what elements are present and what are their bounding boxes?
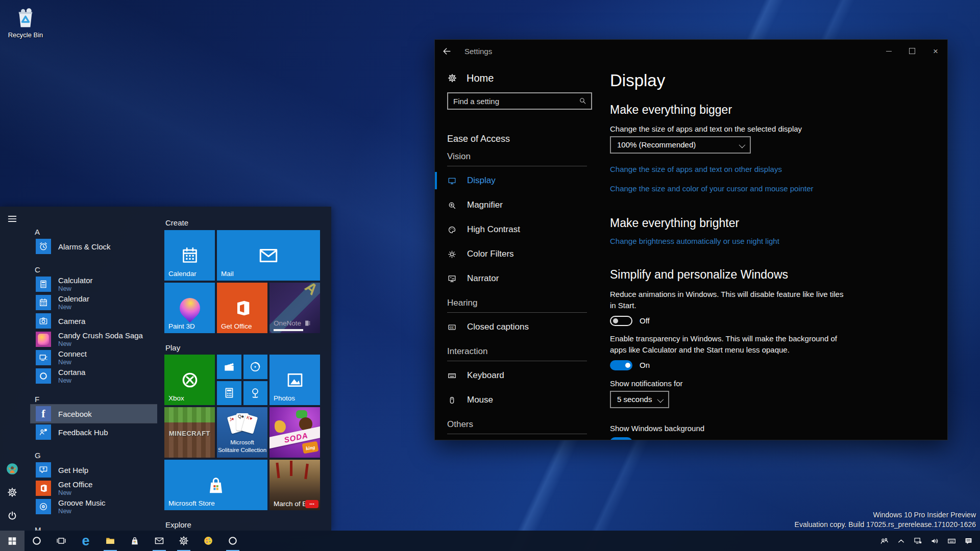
tile-candy-crush-soda[interactable]: SODA king	[270, 407, 320, 458]
tile-disc-player[interactable]	[243, 355, 268, 379]
tray-action-center[interactable]	[960, 531, 977, 551]
taskbar-ring-app[interactable]	[220, 531, 245, 551]
app-list-item-connect[interactable]: Connect New	[31, 348, 157, 367]
sidebar-item-display[interactable]: Display	[447, 168, 594, 193]
tile-paint-3d[interactable]: Paint 3D	[164, 283, 215, 333]
tile-xbox[interactable]: Xbox	[164, 355, 215, 405]
sidebar-item-closed-captions[interactable]: CC Closed captions	[447, 315, 594, 339]
link-other-displays[interactable]: Change the size of apps and text on othe…	[610, 165, 927, 173]
home-label: Home	[467, 72, 494, 84]
tray-show-hidden-icons[interactable]	[893, 531, 910, 551]
sidebar-item-mouse[interactable]: Mouse	[447, 388, 594, 412]
app-list-section-g[interactable]: G	[31, 441, 157, 461]
taskbar-edge-browser[interactable]: e	[74, 531, 98, 551]
taskbar-task-view-button[interactable]	[49, 531, 74, 551]
tile-group-label-explore[interactable]: Explore	[165, 520, 331, 529]
tile-minecraft[interactable]: MINECRAFT	[164, 407, 215, 458]
sidebar-item-home[interactable]: Home	[447, 69, 594, 87]
app-item-label: Feedback Hub	[58, 429, 108, 436]
app-list-item-calculator[interactable]: Calculator New	[31, 275, 157, 293]
tile-march-of-empires[interactable]: March of Em	[270, 460, 320, 510]
scaling-dropdown[interactable]: 100% (Recommended)	[610, 136, 751, 154]
taskbar-file-explorer[interactable]	[98, 531, 122, 551]
tile-grid: Calendar Mail Paint 3D Get Office A OneN…	[164, 230, 320, 333]
tray-network[interactable]	[910, 531, 926, 551]
app-list-item-cortana[interactable]: Cortana New	[31, 367, 157, 385]
start-menu-button[interactable]	[0, 207, 24, 231]
tray-touch-keyboard[interactable]	[943, 531, 960, 551]
sidebar-item-label: High Contrast	[467, 224, 520, 235]
recycle-bin-desktop-icon[interactable]: Recycle Bin	[6, 6, 45, 39]
sidebar-item-color-filters[interactable]: Color Filters	[447, 242, 594, 266]
start-settings-button[interactable]	[0, 481, 24, 504]
tile-mail[interactable]: Mail	[217, 230, 320, 281]
background-toggle[interactable]	[610, 437, 632, 440]
app-item-label: Cortana	[58, 368, 85, 376]
tray-volume[interactable]	[926, 531, 943, 551]
tile-microsoft-store[interactable]: Microsoft Store	[164, 460, 267, 510]
app-list-item-facebook[interactable]: f Facebook	[31, 405, 157, 423]
king-badge: king	[302, 441, 318, 454]
maximize-button[interactable]	[900, 40, 924, 62]
tile-solitaire[interactable]: J♦Q♠K♥ MicrosoftSolitaire Collection	[217, 407, 267, 458]
tile-get-office[interactable]: Get Office	[217, 283, 267, 333]
app-list-item-alarms-clock[interactable]: Alarms & Clock	[31, 237, 157, 256]
app-list-item-feedback-hub[interactable]: Feedback Hub	[31, 423, 157, 441]
app-item-label: Connect	[58, 350, 87, 358]
sidebar-item-label: Display	[467, 176, 496, 186]
app-list-item-camera[interactable]: Camera	[31, 312, 157, 330]
taskbar-microsoft-store[interactable]	[122, 531, 147, 551]
app-list-item-get-help[interactable]: Get Help	[31, 461, 157, 479]
tile-calendar[interactable]: Calendar	[164, 230, 215, 281]
sidebar-item-high-contrast[interactable]: High Contrast	[447, 217, 594, 242]
get-help-icon	[36, 462, 51, 478]
reduce-animations-toggle[interactable]	[610, 316, 632, 326]
page-title: Display	[610, 70, 927, 91]
background-state: On	[640, 438, 650, 440]
taskbar-settings-app[interactable]	[172, 531, 196, 551]
minimize-button[interactable]	[877, 40, 900, 62]
keyboard-icon	[447, 371, 457, 381]
close-button[interactable]: ×	[924, 40, 947, 62]
taskbar-start-button[interactable]	[0, 531, 24, 551]
sidebar-item-label: Closed captions	[467, 322, 529, 332]
app-item-text: Camera	[58, 317, 85, 325]
tile-movies-tv[interactable]	[217, 355, 241, 379]
sidebar-item-keyboard[interactable]: Keyboard	[447, 363, 594, 388]
app-list-item-candy-crush-soda-saga[interactable]: Candy Crush Soda Saga New	[31, 330, 157, 348]
taskbar-paint-palette-app[interactable]	[196, 531, 220, 551]
tile-photos[interactable]: Photos	[270, 355, 320, 405]
app-list-item-calendar[interactable]: Calendar New	[31, 293, 157, 312]
toggle-knob	[625, 363, 630, 368]
tile-calculator[interactable]	[217, 381, 241, 406]
link-brightness[interactable]: Change brightness automatically or use n…	[610, 237, 927, 245]
settings-window: Settings × Home Ease of Access Vision Di…	[434, 39, 948, 440]
tile-group-label-create[interactable]: Create	[165, 218, 331, 227]
tile-group-label-play[interactable]: Play	[165, 343, 331, 352]
app-list-section-c[interactable]: C	[31, 256, 157, 275]
action-center-icon	[964, 536, 973, 546]
taskbar-cortana-button[interactable]	[24, 531, 49, 551]
sidebar-item-magnifier[interactable]: Magnifier	[447, 193, 594, 217]
app-list-section-f[interactable]: F	[31, 385, 157, 405]
search-input[interactable]	[448, 93, 591, 109]
start-user-account-button[interactable]	[0, 457, 24, 481]
app-list-section-a[interactable]: A	[31, 218, 157, 237]
gear-icon	[178, 535, 189, 546]
app-list-section-m[interactable]: M	[31, 516, 157, 531]
back-button[interactable]	[435, 40, 458, 62]
new-badge: New	[58, 340, 143, 347]
taskbar-mail-app[interactable]	[147, 531, 172, 551]
app-list-item-get-office[interactable]: Get Office New	[31, 479, 157, 497]
transparency-toggle[interactable]	[610, 360, 632, 370]
start-power-button[interactable]	[0, 504, 24, 528]
tile-maps[interactable]	[243, 381, 268, 406]
link-cursor-pointer[interactable]: Change the size and color of your cursor…	[610, 184, 927, 193]
tile-onenote[interactable]: A OneNote	[270, 283, 320, 333]
notifications-dropdown[interactable]: 5 seconds	[610, 391, 669, 408]
sidebar-item-narrator[interactable]: Narrator	[447, 266, 594, 291]
tray-people[interactable]	[876, 531, 893, 551]
app-item-label: Get Help	[58, 466, 88, 474]
sidebar-subheader-hearing: Hearing	[447, 298, 594, 308]
app-list-item-groove-music[interactable]: Groove Music New	[31, 497, 157, 516]
